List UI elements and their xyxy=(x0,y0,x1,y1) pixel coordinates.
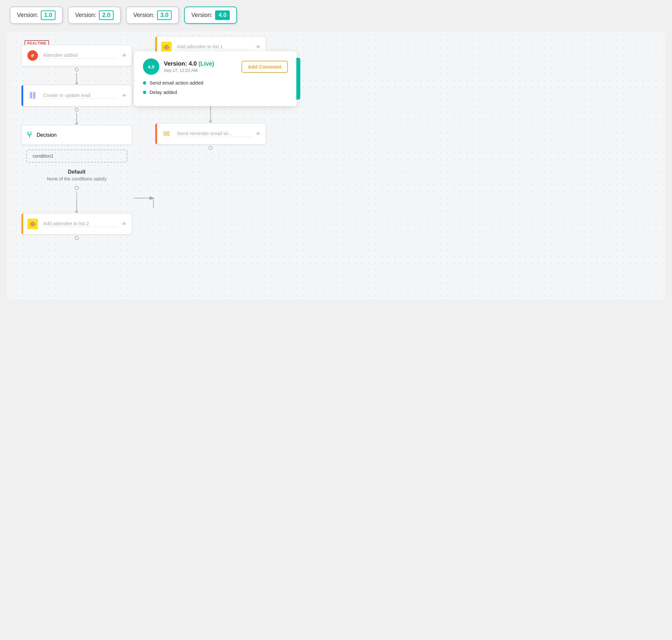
orange-bar xyxy=(155,123,157,144)
version-tab-1[interactable]: Version: 1.0 xyxy=(10,6,63,24)
connector-dot-r3 xyxy=(208,146,213,150)
connector-dot-2 xyxy=(75,108,79,112)
connector-dot-1 xyxy=(75,68,79,72)
connector-arrow-1 xyxy=(75,83,78,85)
popup-side-decoration xyxy=(296,58,300,100)
default-subtitle: None of the conditions satisfy xyxy=(47,176,107,181)
change-item-1: Send email action added xyxy=(143,80,288,86)
version-tab-1-number: 1.0 xyxy=(41,11,56,20)
add-list-2-node[interactable]: 🐵 Add attendee to list 2 👁 xyxy=(21,213,132,235)
connector-line-2 xyxy=(76,113,77,123)
send-email-node[interactable]: ✉ Send reminder email wi... 👁 xyxy=(155,123,266,145)
version-popup-date: Sep 17, 12:22 AM xyxy=(164,68,214,73)
decision-icon: ⑂ xyxy=(27,130,32,140)
dashed-line xyxy=(76,201,77,211)
version-tab-2[interactable]: Version: 2.0 xyxy=(68,6,121,24)
add-list-2-eye-icon[interactable]: 👁 xyxy=(122,221,127,227)
yellow-bar-2 xyxy=(21,214,23,234)
add-list-1-label: Add attendee to list 1 xyxy=(177,44,251,50)
add-list-2-label: Add attendee to list 2 xyxy=(43,221,117,227)
version-tab-2-label: Version: xyxy=(75,12,96,19)
decision-label: Decision xyxy=(36,132,57,138)
change-item-2: Delay added xyxy=(143,89,288,95)
connector-line-3 xyxy=(76,191,77,201)
version-tab-3-number: 3.0 xyxy=(157,11,172,20)
trigger-eye-icon[interactable]: 👁 xyxy=(122,53,127,58)
live-tag: (Live) xyxy=(199,60,214,67)
condition-box[interactable]: condition1 xyxy=(26,149,127,162)
decision-node[interactable]: ⑂ Decision xyxy=(21,125,132,145)
connector-arrow-2 xyxy=(75,123,78,125)
connector-dot-final xyxy=(75,236,79,240)
version-popup-circle: 4.0 xyxy=(143,58,159,75)
change-text-2: Delay added xyxy=(149,89,177,95)
version-tab-3-label: Version: xyxy=(133,12,155,19)
send-email-eye-icon[interactable]: 👁 xyxy=(256,131,261,136)
change-dot-1 xyxy=(143,81,146,85)
version-tab-4-number: 4.0 xyxy=(215,11,230,20)
create-lead-label: Create or update lead xyxy=(43,92,117,99)
connector-arrow-r2 xyxy=(209,121,212,123)
workflow-canvas: 4.0 Version: 4.0 (Live) Sep 17, 12:22 AM… xyxy=(6,32,666,299)
condition-label: condition1 xyxy=(33,154,54,159)
version-popup-changes: Send email action added Delay added xyxy=(143,80,288,95)
create-lead-eye-icon[interactable]: 👁 xyxy=(122,93,127,98)
left-flow-branch: REALTIME e Attendee added 👁 ⛓ Create or … xyxy=(16,45,137,241)
trigger-node-wrapper: REALTIME e Attendee added 👁 xyxy=(21,45,132,66)
version-popup-number: 4.0 xyxy=(148,64,155,70)
chain-icon: ⛓ xyxy=(27,90,39,102)
version-popup-title: Version: 4.0 (Live) xyxy=(164,60,214,67)
version-tab-2-number: 2.0 xyxy=(99,11,114,20)
email-icon: ✉ xyxy=(161,128,172,140)
version-tabs: Version: 1.0 Version: 2.0 Version: 3.0 V… xyxy=(6,6,666,24)
version-popup: 4.0 Version: 4.0 (Live) Sep 17, 12:22 AM… xyxy=(134,51,297,106)
connector-line-r2 xyxy=(210,104,211,121)
connector-line-1 xyxy=(76,73,77,83)
add-list-1-eye-icon[interactable]: 👁 xyxy=(256,44,261,49)
connector-dot-3 xyxy=(75,186,79,190)
mailchimp-icon-2: 🐵 xyxy=(27,218,39,230)
change-dot-2 xyxy=(143,91,146,94)
connector-arrow-3 xyxy=(75,211,78,213)
eventbrite-icon: e xyxy=(27,49,39,61)
default-title: Default xyxy=(47,169,107,175)
change-text-1: Send email action added xyxy=(149,80,203,86)
blue-bar xyxy=(21,85,23,106)
default-section: Default None of the conditions satisfy xyxy=(47,169,107,181)
trigger-node[interactable]: e Attendee added 👁 xyxy=(21,45,132,66)
version-tab-4-label: Version: xyxy=(191,12,213,19)
version-tab-3[interactable]: Version: 3.0 xyxy=(126,6,179,24)
trigger-node-label: Attendee added xyxy=(43,52,117,59)
add-comment-button[interactable]: Add Comment xyxy=(242,61,288,73)
version-tab-4[interactable]: Version: 4.0 xyxy=(184,6,237,24)
send-email-label: Send reminder email wi... xyxy=(177,131,251,137)
create-lead-node[interactable]: ⛓ Create or update lead 👁 xyxy=(21,85,132,106)
version-tab-1-label: Version: xyxy=(17,12,38,19)
